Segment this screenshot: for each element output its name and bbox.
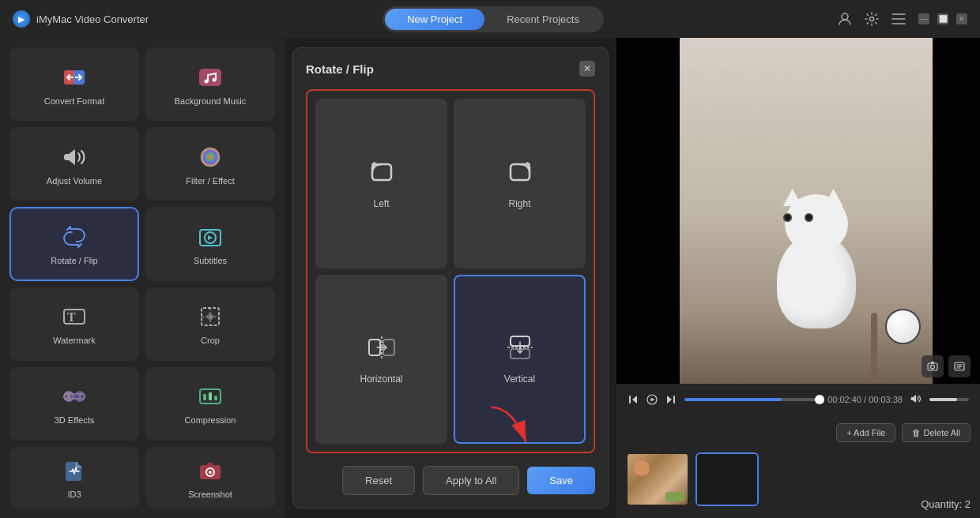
- svg-point-30: [209, 471, 212, 474]
- menu-icon[interactable]: [891, 12, 906, 26]
- svg-rect-43: [931, 362, 934, 364]
- file-list-area: + Add File 🗑 Delete All Quantity: 2: [616, 415, 980, 518]
- adjust-volume-icon: [60, 143, 89, 171]
- dialog-header: Rotate / Flip ✕: [306, 61, 595, 77]
- center-panel: Rotate / Flip ✕ Left: [285, 38, 616, 518]
- filter-effect-icon: [196, 143, 224, 171]
- play-button[interactable]: [646, 394, 658, 405]
- id3-label: ID3: [67, 490, 81, 499]
- subtitles-icon: [196, 223, 224, 251]
- crop-icon: [196, 302, 224, 331]
- tab-new-project[interactable]: New Project: [385, 9, 484, 30]
- delete-all-button[interactable]: 🗑 Delete All: [902, 423, 971, 442]
- rotate-flip-dialog: Rotate / Flip ✕ Left: [292, 47, 609, 509]
- flip-vertical-icon: [504, 333, 536, 367]
- save-button[interactable]: Save: [527, 467, 595, 494]
- flip-horizontal-label: Horizontal: [360, 373, 402, 385]
- fullscreen-overlay-icon[interactable]: [948, 355, 971, 377]
- rotate-flip-label: Rotate / Flip: [51, 256, 97, 265]
- app-logo: ▶: [13, 10, 30, 28]
- svg-point-7: [205, 79, 209, 83]
- sidebar-item-3d-effects[interactable]: 3D Effects: [9, 367, 139, 441]
- 3d-effects-label: 3D Effects: [55, 415, 95, 425]
- rotate-flip-icon: [60, 223, 89, 251]
- thumbnails-row: Quantity: 2: [626, 449, 971, 510]
- convert-format-icon: [60, 63, 89, 92]
- compression-label: Compression: [185, 415, 236, 425]
- reset-button[interactable]: Reset: [342, 466, 415, 495]
- sidebar-item-watermark[interactable]: T Watermark: [9, 287, 139, 361]
- minimize-button[interactable]: —: [918, 13, 929, 24]
- screenshot-icon: [196, 456, 224, 485]
- screenshot-label: Screenshot: [188, 490, 232, 499]
- svg-rect-31: [207, 463, 213, 466]
- svg-rect-45: [629, 396, 631, 404]
- svg-point-8: [213, 77, 217, 81]
- sidebar-item-rotate-flip[interactable]: Rotate / Flip: [9, 207, 139, 280]
- window-controls: — ⬜ ✕: [918, 13, 967, 24]
- svg-text:T: T: [67, 310, 76, 324]
- background-music-label: Background Music: [175, 96, 247, 106]
- maximize-button[interactable]: ⬜: [937, 13, 948, 24]
- watermark-icon: T: [60, 302, 89, 331]
- file-list-header: + Add File 🗑 Delete All: [626, 423, 971, 442]
- account-icon[interactable]: [838, 12, 852, 26]
- titlebar-right: — ⬜ ✕: [838, 12, 967, 26]
- rotate-options-grid: Left Right: [306, 89, 595, 453]
- rotate-left-option[interactable]: Left: [315, 99, 447, 268]
- sidebar-item-crop[interactable]: Crop: [145, 287, 275, 361]
- volume-icon[interactable]: [910, 393, 922, 407]
- right-panel: 00:02:40 / 00:03:38 + Add File 🗑 Delete …: [616, 38, 980, 518]
- video-controls: 00:02:40 / 00:03:38: [616, 384, 980, 415]
- rotate-right-icon: [504, 158, 536, 192]
- watermark-label: Watermark: [53, 336, 95, 345]
- flip-vertical-option[interactable]: Vertical: [454, 275, 586, 445]
- sidebar-item-compression[interactable]: Compression: [145, 367, 275, 441]
- volume-fill: [929, 398, 957, 401]
- black-strip-right: [933, 38, 980, 384]
- dialog-close-button[interactable]: ✕: [579, 61, 595, 77]
- sidebar-item-filter-effect[interactable]: Filter / Effect: [145, 127, 275, 201]
- video-preview: [616, 38, 980, 384]
- svg-point-1: [870, 17, 874, 21]
- progress-bar[interactable]: [684, 398, 820, 401]
- titlebar-left: ▶ iMyMac Video Converter: [13, 10, 149, 28]
- svg-rect-25: [203, 394, 206, 400]
- skip-back-button[interactable]: [628, 394, 639, 405]
- rotate-left-label: Left: [373, 198, 389, 209]
- thumbnail-1[interactable]: [626, 452, 689, 506]
- filter-effect-label: Filter / Effect: [186, 176, 235, 186]
- settings-icon[interactable]: [865, 12, 879, 26]
- screenshot-overlay-icon[interactable]: [922, 355, 944, 377]
- sidebar-item-adjust-volume[interactable]: Adjust Volume: [9, 127, 139, 201]
- svg-rect-27: [214, 396, 217, 400]
- background-music-icon: [196, 63, 224, 92]
- progress-fill: [684, 398, 782, 401]
- subtitles-label: Subtitles: [194, 256, 227, 265]
- close-button[interactable]: ✕: [956, 13, 967, 24]
- thumbnail-2[interactable]: [695, 452, 759, 506]
- video-image: [616, 38, 980, 384]
- flip-horizontal-option[interactable]: Horizontal: [315, 275, 447, 445]
- sidebar: Convert Format Background Music A: [0, 38, 285, 518]
- svg-rect-47: [673, 396, 675, 404]
- sidebar-item-background-music[interactable]: Background Music: [145, 47, 275, 121]
- flip-horizontal-icon: [366, 333, 398, 367]
- sidebar-item-subtitles[interactable]: Subtitles: [145, 207, 275, 280]
- quantity-display: Quantity: 2: [921, 498, 971, 510]
- tab-recent-projects[interactable]: Recent Projects: [484, 9, 601, 30]
- sidebar-item-convert-format[interactable]: Convert Format: [9, 47, 139, 121]
- add-file-button[interactable]: + Add File: [836, 423, 895, 442]
- svg-point-42: [931, 365, 935, 369]
- apply-to-all-button[interactable]: Apply to All: [423, 466, 519, 495]
- adjust-volume-label: Adjust Volume: [47, 176, 102, 186]
- titlebar: ▶ iMyMac Video Converter New Project Rec…: [0, 0, 980, 38]
- skip-forward-button[interactable]: [665, 394, 677, 405]
- sidebar-item-screenshot[interactable]: Screenshot: [145, 447, 275, 509]
- volume-bar[interactable]: [929, 398, 969, 401]
- convert-format-label: Convert Format: [44, 96, 104, 106]
- cat-scene: [616, 38, 980, 384]
- rotate-right-option[interactable]: Right: [454, 99, 586, 268]
- rotate-right-label: Right: [508, 198, 530, 209]
- sidebar-item-id3[interactable]: ID3: [9, 447, 139, 509]
